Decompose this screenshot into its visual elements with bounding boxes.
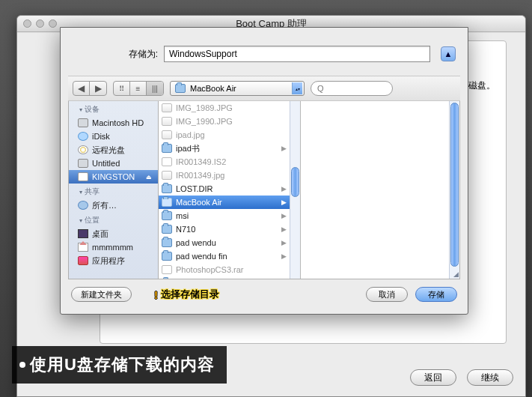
view-icon-button[interactable]: ⠿ <box>114 82 130 95</box>
folder-icon <box>175 84 186 93</box>
resize-handle-icon[interactable]: ◢ <box>453 270 459 278</box>
hd-icon <box>78 159 88 168</box>
sidebar-item-label: 远程光盘 <box>92 145 125 156</box>
dropdown-arrows-icon: ▴▾ <box>292 82 302 94</box>
file-row[interactable]: ipad书▶ <box>159 142 290 155</box>
file-row[interactable]: IMG_1990.JPG <box>159 115 290 128</box>
chevron-right-icon: ▶ <box>281 225 287 233</box>
file-row[interactable]: pad wendu fin▶ <box>159 249 290 263</box>
sidebar-item-label: Untitled <box>92 159 120 168</box>
file-label: pad wendu fin <box>176 252 227 261</box>
sidebar-item-label: 应用程序 <box>92 255 125 267</box>
file-browser: 设备 Macintosh HDiDisk远程光盘UntitledKINGSTON… <box>68 101 460 279</box>
view-column-button[interactable]: ||| <box>147 82 163 95</box>
app-icon <box>78 256 88 265</box>
filename-input[interactable] <box>164 46 430 62</box>
warning-icon: ! <box>154 288 158 301</box>
file-row[interactable]: IR001349.jpg <box>159 169 290 182</box>
file-label: ipad书 <box>176 143 200 154</box>
file-row[interactable]: RECYCLER▶ <box>159 276 290 279</box>
sidebar-item-label: iDisk <box>92 132 110 141</box>
file-row[interactable]: IMG_1989.JPG <box>159 101 290 115</box>
column-2: ◢ <box>301 101 459 279</box>
cancel-button[interactable]: 取消 <box>366 287 408 302</box>
nav-back-button[interactable]: ◀ <box>73 82 90 95</box>
folder-icon <box>162 252 172 261</box>
file-row[interactable]: LOST.DIR▶ <box>159 182 290 196</box>
view-list-button[interactable]: ≡ <box>130 82 147 95</box>
nav-forward-button[interactable]: ▶ <box>90 82 106 95</box>
file-label: IMG_1990.JPG <box>176 117 233 126</box>
file-label: IR001349.IS2 <box>176 157 226 166</box>
sidebar-item-桌面[interactable]: 桌面 <box>69 227 158 240</box>
file-row[interactable]: IR001349.IS2 <box>159 155 290 169</box>
file-label: IR001349.jpg <box>176 171 224 180</box>
img-icon <box>162 103 172 112</box>
desk-icon <box>78 229 88 238</box>
file-row[interactable]: msi▶ <box>159 209 290 222</box>
continue-button[interactable]: 继续 <box>467 369 513 386</box>
sidebar-header-shared[interactable]: 共享 <box>69 184 158 198</box>
sidebar-item-idisk[interactable]: iDisk <box>69 130 158 143</box>
chevron-right-icon: ▶ <box>281 212 287 219</box>
search-input[interactable] <box>327 84 379 93</box>
new-folder-button[interactable]: 新建文件夹 <box>71 287 132 302</box>
nav-buttons: ◀ ▶ <box>73 81 107 96</box>
folder-icon <box>162 211 172 220</box>
chevron-right-icon: ▶ <box>281 252 287 260</box>
img-icon <box>162 171 172 180</box>
file-label: IMG_1989.JPG <box>176 103 233 112</box>
file-label: N710 <box>176 225 195 234</box>
sidebar-item-label: KINGSTON <box>92 172 135 181</box>
save-button[interactable]: 存储 <box>415 287 457 302</box>
path-label: MacBook Air <box>190 84 236 93</box>
sidebar-item-mmmmmm[interactable]: mmmmmm <box>69 240 158 254</box>
sidebar-item-所有…[interactable]: 所有… <box>69 198 158 212</box>
file-row[interactable]: MacBook Air▶ <box>159 196 290 209</box>
traffic-lights[interactable] <box>23 19 57 28</box>
sidebar-item-macintosh-hd[interactable]: Macintosh HD <box>69 116 158 130</box>
img-icon <box>162 130 172 139</box>
folder-icon <box>162 144 172 153</box>
sidebar-item-label: 桌面 <box>92 228 108 240</box>
folder-icon <box>162 225 172 234</box>
file-row[interactable]: ipad.jpg <box>159 128 290 142</box>
sidebar-header-devices[interactable]: 设备 <box>69 101 158 116</box>
file-label: PhotoshopCS3.rar <box>176 265 244 274</box>
sidebar-item-untitled[interactable]: Untitled <box>69 157 158 170</box>
scrollbar[interactable] <box>290 101 300 279</box>
search-field[interactable]: Q <box>311 81 393 96</box>
bullet-icon <box>19 362 25 368</box>
file-row[interactable]: N710▶ <box>159 222 290 236</box>
file-row[interactable]: pad wendu▶ <box>159 236 290 249</box>
folder-icon <box>162 184 172 193</box>
chevron-right-icon: ▶ <box>281 185 287 193</box>
scrollbar-2[interactable] <box>449 101 459 279</box>
sidebar-item-label: mmmmmm <box>92 243 133 252</box>
hd-icon <box>78 118 88 127</box>
file-label: MacBook Air <box>176 198 222 207</box>
file-label: ipad.jpg <box>176 130 205 139</box>
sidebar-header-places[interactable]: 位置 <box>69 212 158 227</box>
search-icon: Q <box>317 84 324 93</box>
eject-icon[interactable]: ⏏ <box>146 174 152 181</box>
save-sheet: 存储为: ▲ ◀ ▶ ⠿ ≡ ||| MacBook Air ▴▾ Q 设备 M… <box>60 27 468 315</box>
path-dropdown[interactable]: MacBook Air ▴▾ <box>170 81 305 96</box>
hint-text: !选择存储目录 <box>154 288 219 301</box>
view-buttons: ⠿ ≡ ||| <box>113 81 164 96</box>
file-label: LOST.DIR <box>176 184 213 193</box>
sidebar-item-kingston[interactable]: KINGSTON⏏ <box>69 170 158 184</box>
sidebar-item-label: Macintosh HD <box>92 118 144 127</box>
globe-icon <box>78 201 88 210</box>
file-icon <box>162 265 172 274</box>
caption-text: 使用U盘存储下载的内容 <box>30 354 215 376</box>
disclosure-button[interactable]: ▲ <box>441 46 456 61</box>
usb-icon <box>78 172 88 181</box>
back-button[interactable]: 返回 <box>410 369 456 386</box>
chevron-right-icon: ▶ <box>281 198 287 206</box>
file-label: msi <box>176 211 189 220</box>
sidebar-item-应用程序[interactable]: 应用程序 <box>69 254 158 267</box>
file-row[interactable]: PhotoshopCS3.rar <box>159 263 290 276</box>
folder-icon <box>162 198 172 207</box>
sidebar-item-远程光盘[interactable]: 远程光盘 <box>69 143 158 157</box>
